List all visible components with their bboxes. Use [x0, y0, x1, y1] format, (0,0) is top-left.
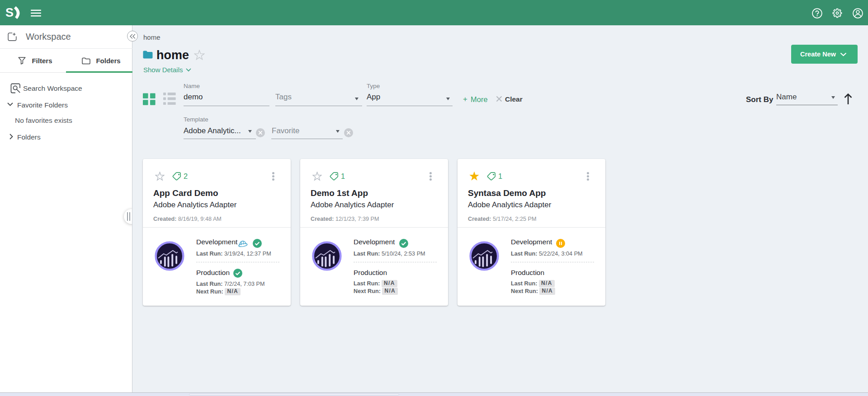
svg-text:S: S: [5, 6, 14, 19]
